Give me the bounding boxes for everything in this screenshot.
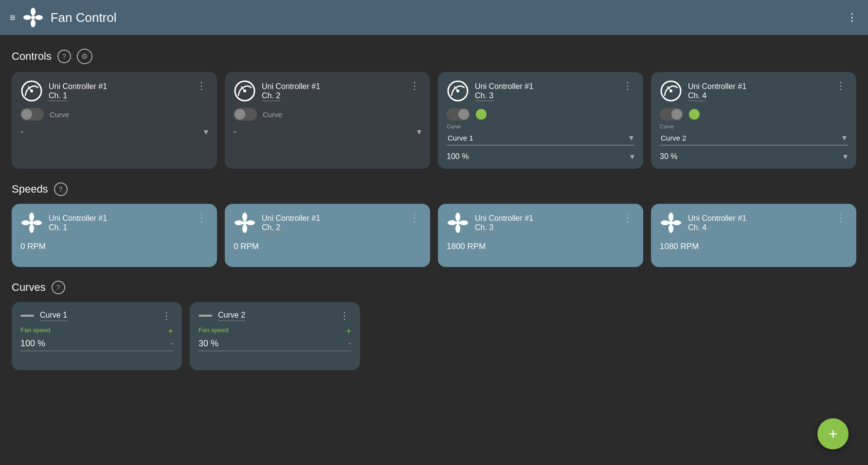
svg-point-4 xyxy=(23,15,31,20)
control-card-ch2-menu[interactable]: ⋮ xyxy=(408,80,421,91)
curve-dropdown-label-ch3: Curve xyxy=(447,124,634,129)
control-pct-ch4: 30 % xyxy=(660,152,677,161)
status-dot-ch3 xyxy=(476,109,487,120)
speed-card-ch3-title: Uni Controller #1 Ch. 3 xyxy=(475,214,533,232)
speed-card-header-ch4: Uni Controller #1 Ch. 4 ⋮ xyxy=(660,212,848,234)
control-card-ch3: Uni Controller #1 Ch. 3 ⋮ Curve Curve 1 … xyxy=(438,72,643,169)
curve-dropdown-label-ch4: Curve xyxy=(660,124,848,129)
card-header-ch2: Uni Controller #1 Ch. 2 ⋮ xyxy=(234,80,421,102)
svg-point-30 xyxy=(455,224,460,233)
svg-point-3 xyxy=(31,19,36,27)
svg-point-32 xyxy=(669,221,673,225)
control-pct-ch3: 100 % xyxy=(447,152,469,161)
svg-point-36 xyxy=(661,220,669,225)
svg-point-25 xyxy=(242,224,247,233)
curve-card-1-menu[interactable]: ⋮ xyxy=(160,310,173,322)
speed-card-ch3-menu[interactable]: ⋮ xyxy=(621,212,634,223)
speed-card-header-ch3: Uni Controller #1 Ch. 3 ⋮ xyxy=(447,212,634,234)
control-card-ch1-menu[interactable]: ⋮ xyxy=(195,80,208,91)
control-pct-row-ch3: 100 % ▾ xyxy=(447,151,634,162)
curve-dropdown-ch4: Curve Curve 2 ▾ xyxy=(660,124,848,145)
svg-point-29 xyxy=(459,220,468,225)
control-card-ch3-menu[interactable]: ⋮ xyxy=(621,80,634,91)
curve-card-2-menu[interactable]: ⋮ xyxy=(338,310,351,322)
curve-dropdown-select-ch4[interactable]: Curve 2 ▾ xyxy=(660,130,848,145)
header-more-button[interactable]: ⋮ xyxy=(847,11,858,24)
add-curve-fab[interactable]: + xyxy=(817,418,849,449)
curve-label-ch2: Curve xyxy=(263,110,282,119)
speeds-title: Speeds xyxy=(12,183,48,196)
curve-card-2-fan-speed-value-row: 30 % - xyxy=(199,339,351,351)
control-dropdown-arrow-ch2[interactable]: ▾ xyxy=(417,126,421,137)
control-card-ch2-title: Uni Controller #1 Ch. 2 xyxy=(262,82,320,100)
svg-point-23 xyxy=(242,213,247,221)
curve-card-2-remove-button[interactable]: - xyxy=(348,339,351,349)
app-title: Fan Control xyxy=(51,10,117,25)
fab-plus-icon: + xyxy=(829,425,838,443)
speeds-grid: Uni Controller #1 Ch. 1 ⋮ 0 RPM xyxy=(12,204,856,267)
curve-card-2: Curve 2 ⋮ Fan speed + 30 % - xyxy=(190,302,360,370)
control-expand-arrow-ch3[interactable]: ▾ xyxy=(630,151,634,162)
curve-card-1-add-button[interactable]: + xyxy=(168,326,173,337)
svg-point-2 xyxy=(35,15,43,20)
curve-dropdown-select-ch3[interactable]: Curve 1 ▾ xyxy=(447,130,634,145)
curve-label-ch1: Curve xyxy=(50,110,69,119)
curve-card-1-title: Curve 1 xyxy=(40,311,67,321)
control-card-ch1-title: Uni Controller #1 Ch. 1 xyxy=(49,82,107,100)
control-toggle-row-ch2: Curve xyxy=(234,108,421,121)
card-header-ch3: Uni Controller #1 Ch. 3 ⋮ xyxy=(447,80,634,102)
speed-rpm-ch1: 0 RPM xyxy=(20,242,46,251)
curves-grid: Curve 1 ⋮ Fan speed + 100 % - Curve 2 ⋮ xyxy=(12,302,856,370)
curve-card-1-fan-speed-label: Fan speed xyxy=(20,326,50,334)
curve-card-2-fan-speed-value: 30 % xyxy=(199,339,218,349)
speeds-help-icon[interactable]: ? xyxy=(54,182,68,196)
speed-card-ch4-title: Uni Controller #1 Ch. 4 xyxy=(688,214,746,232)
curve-card-1-remove-button[interactable]: - xyxy=(170,339,173,349)
control-toggle-ch2[interactable] xyxy=(234,108,257,121)
card-header-ch4: Uni Controller #1 Ch. 4 ⋮ xyxy=(660,80,848,102)
hamburger-menu-icon[interactable]: ≡ xyxy=(10,12,16,23)
control-card-ch4-menu[interactable]: ⋮ xyxy=(834,80,848,91)
control-expand-arrow-ch4[interactable]: ▾ xyxy=(843,151,848,162)
curve-dash-icon-2 xyxy=(199,315,212,317)
speed-card-header-ch1: Uni Controller #1 Ch. 1 ⋮ xyxy=(20,212,208,234)
svg-point-20 xyxy=(29,224,34,233)
curve-dropdown-value-ch4: Curve 2 xyxy=(661,134,687,142)
curve-dropdown-arrow-ch4: ▾ xyxy=(842,132,847,143)
control-toggle-ch4[interactable] xyxy=(660,108,683,121)
card-header-ch1: Uni Controller #1 Ch. 1 ⋮ xyxy=(20,80,208,102)
wrench-symbol: ⚙ xyxy=(81,52,88,61)
curves-title: Curves xyxy=(12,281,46,294)
main-content: Controls ? ⚙ Uni Contr xyxy=(0,35,868,380)
curves-help-icon[interactable]: ? xyxy=(52,281,65,294)
curve-card-1: Curve 1 ⋮ Fan speed + 100 % - xyxy=(12,302,182,370)
curve-card-1-fan-speed-value: 100 % xyxy=(20,339,45,349)
gauge-icon-ch1 xyxy=(20,80,43,102)
speed-card-ch1-menu[interactable]: ⋮ xyxy=(195,212,208,223)
curve-card-2-add-button[interactable]: + xyxy=(346,326,351,337)
speed-card-ch2-title: Uni Controller #1 Ch. 2 xyxy=(262,214,320,232)
control-dropdown-arrow-ch1[interactable]: ▾ xyxy=(204,126,208,137)
speed-card-ch2: Uni Controller #1 Ch. 2 ⋮ 0 RPM xyxy=(225,204,430,267)
svg-point-17 xyxy=(30,221,34,225)
svg-point-18 xyxy=(29,213,34,221)
control-toggle-row-ch4 xyxy=(660,108,848,121)
curve-card-2-fan-speed-label: Fan speed xyxy=(199,326,228,334)
controls-help-icon[interactable]: ? xyxy=(57,50,71,63)
svg-point-22 xyxy=(243,221,247,225)
control-toggle-ch3[interactable] xyxy=(447,108,470,121)
svg-point-24 xyxy=(246,220,255,225)
speed-card-ch4-menu[interactable]: ⋮ xyxy=(834,212,848,223)
fan-blade-icon-ch4 xyxy=(660,212,682,234)
speed-card-ch2-menu[interactable]: ⋮ xyxy=(408,212,421,223)
gauge-icon-ch4 xyxy=(660,80,682,102)
fan-blade-icon-ch2 xyxy=(234,212,256,234)
speed-card-ch4: Uni Controller #1 Ch. 4 ⋮ 1080 RPM xyxy=(651,204,856,267)
controls-grid: Uni Controller #1 Ch. 1 ⋮ Curve - ▾ xyxy=(12,72,856,169)
speed-rpm-ch3: 1800 RPM xyxy=(447,242,486,251)
fan-icon xyxy=(23,8,43,27)
speed-card-header-ch2: Uni Controller #1 Ch. 2 ⋮ xyxy=(234,212,421,234)
svg-point-33 xyxy=(669,213,673,221)
controls-settings-icon[interactable]: ⚙ xyxy=(77,49,92,64)
control-toggle-ch1[interactable] xyxy=(20,108,44,121)
